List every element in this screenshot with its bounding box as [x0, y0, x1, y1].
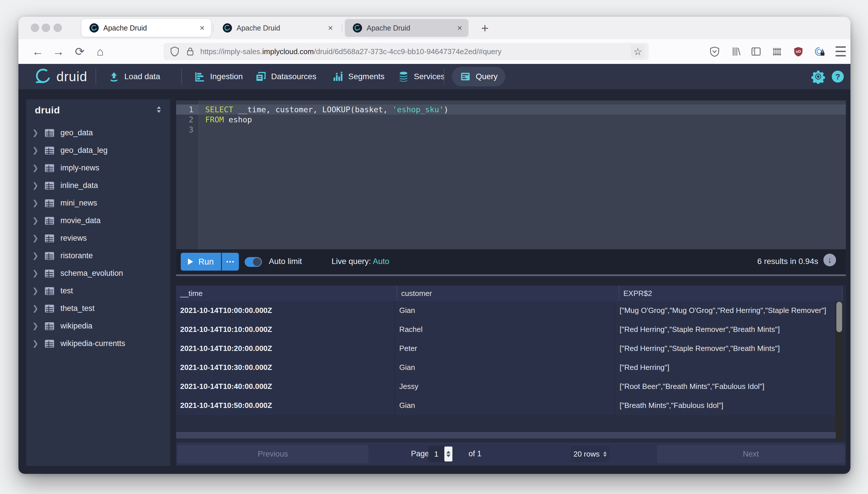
back-button[interactable]: ←: [31, 44, 45, 59]
nav-item-services[interactable]: Services: [398, 64, 445, 89]
panel-splitter[interactable]: [176, 274, 846, 276]
pocket-icon[interactable]: [708, 45, 721, 58]
cell-customer[interactable]: Gian: [395, 358, 615, 377]
browser-tab-2[interactable]: Apache Druid ×: [215, 19, 339, 37]
cell-EXPR$2[interactable]: ["Mug O'Grog","Mug O'Grog","Red Herring"…: [616, 301, 836, 320]
previous-page-button[interactable]: Previous: [177, 445, 368, 463]
cell-EXPR$2[interactable]: ["Breath Mints","Fabulous Idol"]: [616, 396, 836, 415]
datasource-item-movie_data[interactable]: ❯movie_data: [26, 212, 170, 229]
library-icon[interactable]: [729, 45, 742, 58]
tab-close-icon[interactable]: ×: [199, 23, 205, 33]
chevron-right-icon[interactable]: ❯: [32, 181, 41, 190]
nav-item-query[interactable]: Query: [452, 67, 505, 87]
datasource-item-inline_data[interactable]: ❯inline_data: [26, 177, 170, 194]
maximize-window-button[interactable]: [54, 24, 62, 32]
sql-editor[interactable]: 1SELECT __time, customer, LOOKUP(basket,…: [176, 100, 846, 249]
druid-logo[interactable]: druid: [35, 68, 87, 85]
browser-tab-3[interactable]: Apache Druid ×: [345, 19, 468, 37]
chevron-right-icon[interactable]: ❯: [32, 146, 41, 155]
cell-customer[interactable]: Gian: [395, 301, 615, 320]
datasource-item-test[interactable]: ❯test: [26, 282, 170, 300]
datasource-item-schema_evolution[interactable]: ❯schema_evolution: [26, 265, 170, 282]
page-spinner[interactable]: [444, 446, 452, 461]
chevron-right-icon[interactable]: ❯: [32, 128, 41, 137]
schema-name[interactable]: druid: [35, 104, 60, 116]
extension-fence-icon[interactable]: [770, 45, 784, 58]
auto-limit-toggle[interactable]: [245, 257, 262, 267]
datasource-item-mini_news[interactable]: ❯mini_news: [26, 194, 170, 212]
nav-item-ingestion[interactable]: Ingestion: [194, 64, 243, 89]
editor-line-1[interactable]: 1SELECT __time, customer, LOOKUP(basket,…: [176, 104, 846, 115]
datasource-item-wikipedia[interactable]: ❯wikipedia: [26, 317, 170, 335]
forward-button[interactable]: →: [51, 44, 65, 59]
chevron-right-icon[interactable]: ❯: [32, 339, 41, 348]
rows-per-page-select[interactable]: 20 rows: [570, 446, 610, 462]
column-header-customer[interactable]: customer: [397, 286, 619, 301]
horizontal-scrollbar[interactable]: [176, 432, 836, 438]
table-row[interactable]: 2021-10-14T10:40:00.000ZJessy["Root Beer…: [176, 377, 836, 397]
chevron-right-icon[interactable]: ❯: [32, 216, 41, 225]
reload-button[interactable]: ⟳: [73, 44, 87, 59]
editor-line-3[interactable]: 3: [176, 125, 846, 135]
menu-hamburger-icon[interactable]: ☰: [834, 45, 847, 58]
sidebar-toggle-icon[interactable]: [749, 45, 763, 58]
run-button[interactable]: Run: [181, 253, 221, 271]
cell-customer[interactable]: Gian: [395, 396, 615, 415]
cell-__time[interactable]: 2021-10-14T10:10:00.000Z: [176, 320, 395, 339]
privacy-proxy-icon[interactable]: [813, 45, 826, 58]
table-row[interactable]: 2021-10-14T10:10:00.000ZRachel["Red Herr…: [176, 320, 836, 340]
cell-EXPR$2[interactable]: ["Red Herring"]: [616, 358, 836, 377]
cell-customer[interactable]: Rachel: [395, 320, 615, 339]
column-header-__time[interactable]: __time: [176, 286, 397, 301]
chevron-right-icon[interactable]: ❯: [32, 322, 41, 330]
tab-close-icon[interactable]: ×: [328, 23, 333, 33]
editor-line-2[interactable]: 2FROM eshop: [176, 115, 846, 125]
sort-icon[interactable]: [157, 106, 161, 113]
browser-tab-1[interactable]: Apache Druid ×: [81, 19, 211, 37]
table-row[interactable]: 2021-10-14T10:00:00.000ZGian["Mug O'Grog…: [176, 301, 836, 321]
next-page-button[interactable]: Next: [657, 445, 845, 463]
cell-__time[interactable]: 2021-10-14T10:00:00.000Z: [176, 301, 395, 320]
home-button[interactable]: ⌂: [93, 44, 107, 59]
minimize-window-button[interactable]: [42, 24, 50, 32]
cell-customer[interactable]: Jessy: [395, 377, 615, 396]
nav-item-segments[interactable]: Segments: [332, 64, 385, 89]
column-header-EXPR$2[interactable]: EXPR$2: [619, 286, 843, 301]
datasource-item-imply-news[interactable]: ❯imply-news: [26, 159, 170, 177]
nav-item-load-data[interactable]: Load data: [108, 64, 160, 89]
cell-EXPR$2[interactable]: ["Red Herring","Staple Remover","Breath …: [616, 339, 836, 358]
cell-__time[interactable]: 2021-10-14T10:50:00.000Z: [176, 396, 395, 415]
cell-__time[interactable]: 2021-10-14T10:30:00.000Z: [176, 358, 395, 377]
close-window-button[interactable]: [31, 24, 39, 32]
chevron-right-icon[interactable]: ❯: [32, 269, 41, 278]
table-row[interactable]: 2021-10-14T10:50:00.000ZGian["Breath Min…: [176, 396, 836, 416]
live-query-label[interactable]: Live query: Auto: [331, 257, 389, 266]
datasource-item-geo_data_leg[interactable]: ❯geo_data_leg: [26, 141, 170, 159]
cell-__time[interactable]: 2021-10-14T10:20:00.000Z: [176, 339, 395, 358]
chevron-right-icon[interactable]: ❯: [32, 304, 41, 313]
tab-close-icon[interactable]: ×: [457, 23, 462, 33]
shield-permissions-icon[interactable]: [170, 46, 179, 57]
nav-item-datasources[interactable]: Datasources: [255, 64, 316, 89]
chevron-right-icon[interactable]: ❯: [32, 251, 41, 260]
new-tab-button[interactable]: +: [481, 22, 489, 35]
lock-icon[interactable]: [186, 46, 195, 57]
datasource-item-reviews[interactable]: ❯reviews: [26, 229, 170, 247]
ublock-origin-icon[interactable]: uO: [792, 45, 805, 58]
page-number-input[interactable]: 1: [428, 446, 453, 462]
cell-EXPR$2[interactable]: ["Root Beer","Breath Mints","Fabulous Id…: [616, 377, 836, 396]
vertical-scrollbar[interactable]: [836, 301, 843, 441]
chevron-right-icon[interactable]: ❯: [32, 164, 41, 172]
chevron-right-icon[interactable]: ❯: [32, 198, 41, 208]
chevron-right-icon[interactable]: ❯: [32, 234, 41, 243]
datasource-item-wikipedia-currentts[interactable]: ❯wikipedia-currentts: [26, 335, 170, 353]
datasource-item-theta_test[interactable]: ❯theta_test: [26, 300, 170, 317]
run-more-button[interactable]: •••: [221, 253, 239, 271]
datasource-item-ristorante[interactable]: ❯ristorante: [26, 247, 170, 265]
table-row[interactable]: 2021-10-14T10:20:00.000ZPeter["Red Herri…: [176, 339, 836, 359]
cell-EXPR$2[interactable]: ["Red Herring","Staple Remover","Breath …: [616, 320, 836, 339]
chevron-right-icon[interactable]: ❯: [32, 286, 41, 296]
bookmark-star-icon[interactable]: ☆: [631, 45, 645, 58]
cell-customer[interactable]: Peter: [395, 339, 615, 358]
settings-gear-icon[interactable]: [810, 69, 826, 84]
